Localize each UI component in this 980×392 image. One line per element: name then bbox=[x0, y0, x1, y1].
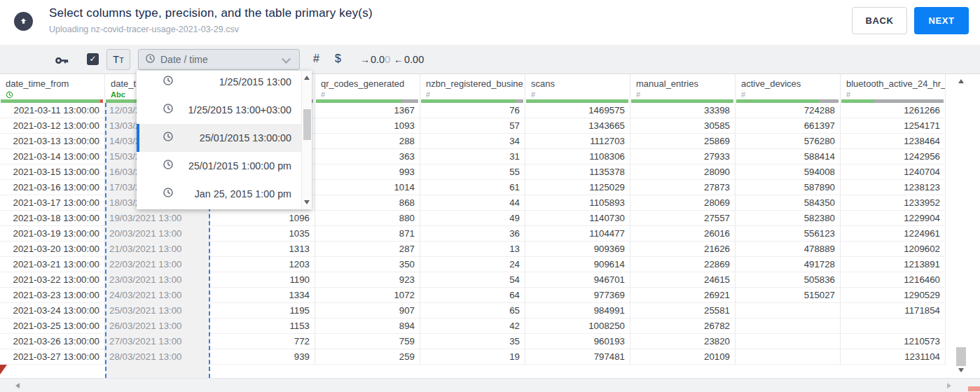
integer-type-button[interactable]: # bbox=[313, 52, 319, 65]
column-name: active_devices bbox=[741, 78, 840, 89]
table-cell: 907 bbox=[315, 303, 420, 318]
table-cell: 28/03/2021 13:00 bbox=[106, 349, 209, 365]
table-cell: 57 bbox=[420, 118, 525, 134]
quality-bar bbox=[631, 99, 733, 103]
table-cell: 2021-03-15 13:00:00 bbox=[0, 164, 105, 180]
table-cell: 20/03/2021 13:00 bbox=[106, 226, 209, 241]
table-cell: 2021-03-19 13:00:00 bbox=[0, 226, 105, 241]
table-cell: 33398 bbox=[630, 103, 736, 118]
column-qr_codes_generated: qr_codes_generated#136710932883639931014… bbox=[315, 74, 420, 378]
primary-key-icon[interactable] bbox=[55, 55, 69, 68]
table-cell: 1210573 bbox=[841, 334, 946, 349]
horizontal-scrollbar-thumb[interactable] bbox=[968, 386, 980, 391]
table-cell: 21626 bbox=[630, 241, 736, 257]
table-cell: 2021-03-18 13:00:00 bbox=[0, 211, 105, 226]
table-cell: 1108306 bbox=[525, 149, 630, 164]
quality-bar bbox=[526, 99, 628, 103]
quality-bar bbox=[421, 99, 523, 103]
table-cell bbox=[841, 318, 946, 334]
scroll-right-icon[interactable] bbox=[947, 383, 951, 388]
table-cell: 30585 bbox=[630, 118, 736, 134]
quality-bar-segment-gray bbox=[819, 99, 838, 103]
table-cell: 1014 bbox=[315, 180, 420, 195]
vertical-scrollbar[interactable] bbox=[954, 76, 968, 378]
table-cell: 1290529 bbox=[841, 288, 946, 303]
column-cells: 1261266125417112384641242956124070412381… bbox=[841, 103, 946, 378]
number-type-label: # bbox=[846, 91, 945, 99]
back-button[interactable]: BACK bbox=[852, 7, 907, 34]
column-cells: 3339830585258692793328090278732806927557… bbox=[630, 103, 736, 378]
type-select[interactable]: Date / time bbox=[138, 49, 300, 70]
quality-bar bbox=[1, 99, 103, 103]
checkbox-checked[interactable]: ✓ bbox=[87, 53, 99, 65]
dropdown-option-label: 1/25/2015 13:00+03:00 bbox=[188, 104, 291, 115]
dropdown-scrollbar-thumb[interactable] bbox=[303, 109, 311, 140]
scroll-down-icon[interactable] bbox=[958, 368, 964, 372]
number-type-label: # bbox=[426, 91, 525, 99]
chevron-down-icon bbox=[282, 55, 291, 64]
table-cell: 960193 bbox=[525, 334, 630, 349]
quality-bar-segment-gray bbox=[516, 99, 523, 103]
table-cell: 993 bbox=[315, 164, 420, 180]
table-cell: 2021-03-20 13:00:00 bbox=[0, 241, 105, 257]
clock-icon bbox=[145, 53, 156, 66]
table-cell: 1261266 bbox=[841, 103, 946, 118]
table-cell: 26782 bbox=[630, 318, 736, 334]
column-header[interactable]: manual_entries# bbox=[630, 74, 736, 103]
text-type-button[interactable]: Tt bbox=[106, 49, 130, 70]
quality-bar-segment-green bbox=[316, 99, 402, 103]
scroll-left-icon[interactable] bbox=[15, 383, 20, 388]
dropdown-option[interactable]: Jan 25, 2015 1:00 pm bbox=[137, 180, 312, 208]
table-cell: 20109 bbox=[630, 349, 736, 365]
table-cell: 55 bbox=[420, 164, 525, 180]
decrease-precision-button[interactable]: ←0.00 bbox=[394, 54, 424, 65]
vertical-scrollbar-thumb[interactable] bbox=[956, 347, 966, 366]
number-type-label: # bbox=[531, 91, 630, 99]
dropdown-option[interactable]: 1/25/2015 13:00+03:00 bbox=[137, 96, 312, 124]
column-header[interactable]: qr_codes_generated# bbox=[315, 74, 420, 103]
table-cell: 984991 bbox=[525, 303, 630, 318]
table-cell: 1313 bbox=[210, 241, 315, 257]
table-cell: 35 bbox=[420, 334, 525, 349]
scroll-up-icon[interactable] bbox=[958, 79, 964, 83]
quality-bar-segment-green bbox=[631, 99, 733, 103]
column-date_time_from: date_time_from2021-03-11 13:00:002021-03… bbox=[0, 74, 105, 378]
dropdown-option[interactable]: 25/01/2015 1:00:00 pm bbox=[137, 152, 312, 180]
table-cell: 259 bbox=[315, 349, 420, 365]
scroll-up-icon[interactable] bbox=[304, 76, 310, 80]
table-cell: 478889 bbox=[736, 241, 841, 257]
table-cell: 23/03/2021 13:00 bbox=[106, 272, 209, 288]
page-title: Select columns type, precision, and the … bbox=[49, 6, 373, 20]
dropdown-option-label: Jan 25, 2015 1:00 pm bbox=[195, 188, 291, 200]
column-cells: 7242886613975762805884145940085878905843… bbox=[736, 103, 841, 378]
scroll-down-icon[interactable] bbox=[304, 200, 310, 204]
column-name: scans bbox=[531, 78, 630, 89]
next-button[interactable]: NEXT bbox=[914, 7, 969, 34]
table-cell: 2021-03-13 13:00:00 bbox=[0, 134, 105, 149]
upload-icon bbox=[14, 12, 33, 31]
table-cell: 1203 bbox=[210, 257, 315, 272]
table-cell: 27933 bbox=[630, 149, 736, 164]
table-cell: 34 bbox=[420, 134, 525, 149]
column-header[interactable]: nzbn_registered_busine# bbox=[420, 74, 525, 103]
column-header[interactable]: scans# bbox=[525, 74, 630, 103]
column-name: bluetooth_active_24_hr_ bbox=[846, 78, 945, 89]
quality-bar-segment-red bbox=[100, 99, 103, 103]
currency-type-button[interactable]: $ bbox=[335, 52, 341, 65]
increase-precision-button[interactable]: →0.00 bbox=[360, 54, 390, 65]
column-header[interactable]: bluetooth_active_24_hr_# bbox=[841, 74, 946, 103]
date-format-dropdown: 1/25/2015 13:001/25/2015 13:00+03:0025/0… bbox=[137, 71, 312, 209]
column-header[interactable]: date_time_from bbox=[0, 74, 105, 103]
column-manual_entries: manual_entries#3339830585258692793328090… bbox=[630, 74, 736, 378]
dropdown-scrollbar[interactable] bbox=[301, 71, 312, 209]
dropdown-option-label: 1/25/2015 13:00 bbox=[219, 76, 291, 88]
table-cell: 64 bbox=[420, 288, 525, 303]
table-cell: 759 bbox=[315, 334, 420, 349]
column-bluetooth_active_24_hr_: bluetooth_active_24_hr_#1261266125417112… bbox=[841, 74, 946, 378]
table-cell: 19/03/2021 13:00 bbox=[106, 211, 209, 226]
dropdown-option[interactable]: 25/01/2015 13:00:00 bbox=[137, 124, 312, 152]
column-header[interactable]: active_devices# bbox=[736, 74, 841, 103]
number-type-label: # bbox=[636, 91, 735, 99]
horizontal-scrollbar[interactable] bbox=[0, 378, 980, 392]
dropdown-option[interactable]: 1/25/2015 13:00 bbox=[137, 71, 312, 96]
